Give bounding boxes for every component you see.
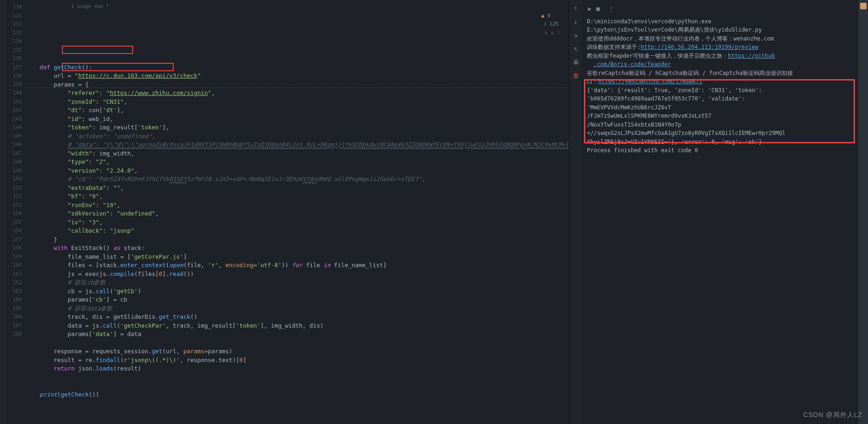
editor-panel: 1301311321331341351361371381391401411421… [0,0,569,424]
up-icon[interactable]: ↑ [541,30,550,36]
watermark: CSDN @局外人LZ [803,411,862,419]
db-icon[interactable] [860,3,867,9]
code-area[interactable]: 1 usagenew * ▲ 9 ≀ 125 ↑ ↓ ⋮ def getChec… [26,0,569,424]
right-sidebar [858,0,868,424]
console-side-toolbar: ↑ ↓ ⇲ ⇱ 🖶 🗑 [569,0,582,424]
more-icon[interactable]: ⋮ [608,5,614,13]
line-numbers: 1301311321331341351361371381391401411421… [7,0,26,424]
highlight-box-dt [62,46,133,54]
up-icon[interactable]: ↑ [574,5,578,12]
console-controls: ▶ ■ ⋮ [587,4,853,17]
typo-icon: ≀ [541,21,549,27]
trash-icon[interactable]: 🗑 [573,72,579,79]
down-icon[interactable]: ↓ [550,30,556,36]
inlay-hints: 1 usagenew * [49,0,112,20]
print-icon[interactable]: 🖶 [573,59,579,66]
highlight-box-result [584,79,855,143]
stop-icon[interactable]: ■ [596,5,600,13]
left-gutter [0,0,7,424]
more-icon[interactable]: ⋮ [556,30,562,36]
down-icon[interactable]: ↓ [574,18,578,25]
warning-icon: ▲ [541,13,547,19]
rerun-icon[interactable]: ▶ [588,5,591,13]
console-panel: ▶ ■ ⋮ D:\miniconda3\envs\vercode\python.… [582,0,858,424]
scroll-icon[interactable]: ⇱ [574,45,578,52]
inspection-summary[interactable]: ▲ 9 ≀ 125 ↑ ↓ ⋮ [516,3,562,46]
wrap-icon[interactable]: ⇲ [574,32,578,39]
